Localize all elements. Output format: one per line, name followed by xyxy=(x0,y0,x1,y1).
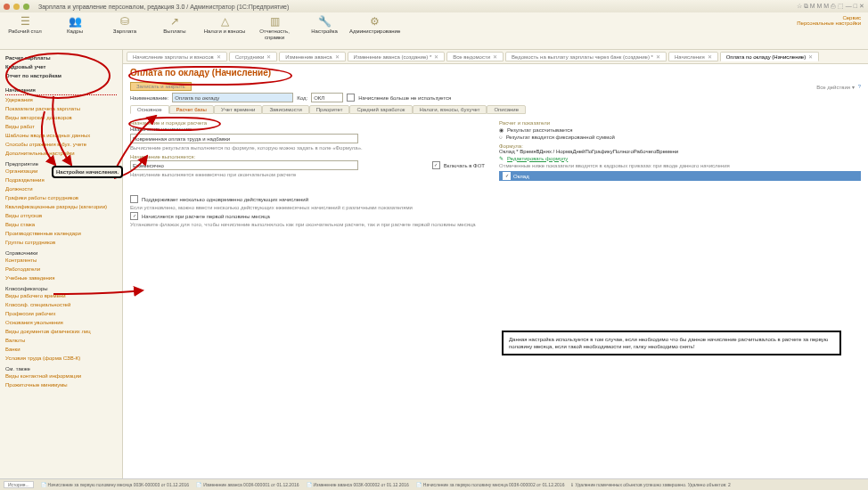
subtab-prio[interactable]: Приоритет xyxy=(309,105,350,114)
radio[interactable]: ◉ xyxy=(499,127,504,133)
oklad-check[interactable]: ✓ xyxy=(503,172,511,180)
history-button[interactable]: История... xyxy=(4,481,34,488)
sb-item[interactable]: Расчет зарплаты xyxy=(5,53,117,62)
tab[interactable]: Все ведомости✕ xyxy=(446,52,504,61)
sb-item[interactable]: Классиф. специальностей xyxy=(5,300,117,309)
close-icon[interactable]: ✕ xyxy=(434,53,438,60)
wrench-icon: 🔧 xyxy=(299,15,349,28)
purpose-select[interactable]: Повременная оплата труда и надбавки xyxy=(130,134,358,143)
close-icon[interactable] xyxy=(4,4,10,10)
main-toolbar: ☰Рабочий стол 👥Кадры ⛁Зарплата ↗Выплаты … xyxy=(0,12,868,50)
sb-item[interactable]: Виды стажа xyxy=(5,220,117,229)
status-item[interactable]: 📄 Начисление за первую половину месяца 0… xyxy=(41,482,190,487)
status-item[interactable]: 📄 Изменение аванса 003К-000002 от 01.12.… xyxy=(307,482,409,487)
close-icon[interactable]: ✕ xyxy=(335,53,340,60)
maximize-icon[interactable] xyxy=(23,4,29,10)
annotation-circle xyxy=(128,117,221,131)
sb-item[interactable]: Контрагенты xyxy=(5,256,117,265)
sb-item[interactable]: Основания увольнения xyxy=(5,318,117,327)
tab-active[interactable]: Оплата по окладу (Начисление)✕ xyxy=(720,52,819,61)
personal-settings-link[interactable]: Персональные настройки xyxy=(797,20,861,26)
radio[interactable]: ○ xyxy=(499,135,503,140)
gear-icon: ⚙ xyxy=(349,15,399,28)
close-icon[interactable]: ✕ xyxy=(493,53,497,60)
exec-select[interactable]: Ежемесячно xyxy=(130,160,358,170)
tab[interactable]: Изменение аванса (создание) *✕ xyxy=(348,52,446,61)
sb-item[interactable]: Кадровый учет xyxy=(5,62,117,71)
tab[interactable]: Начисление зарплаты и взносов✕ xyxy=(127,52,227,61)
close-icon[interactable]: ✕ xyxy=(217,53,221,60)
sb-item-selected[interactable]: Начисления xyxy=(5,86,117,95)
subtab-time[interactable]: Учет времени xyxy=(214,105,262,114)
minimize-icon[interactable] xyxy=(13,4,20,10)
sb-item[interactable]: Графики работы сотрудников xyxy=(5,193,117,202)
sb-item[interactable]: Виды авторских договоров xyxy=(5,113,117,122)
sb-item[interactable]: Виды работ xyxy=(5,122,117,131)
tab[interactable]: Изменение аванса✕ xyxy=(279,52,345,61)
status-item[interactable]: 📄 Изменение аванса 003К-000001 от 01.12.… xyxy=(196,482,299,487)
subtab-main[interactable]: Основное xyxy=(130,105,169,114)
sb-item[interactable]: Показатели расчета зарплаты xyxy=(5,104,117,113)
calc-hint: Вычисление результата выполняется по фор… xyxy=(130,144,492,151)
sb-item[interactable]: Шаблоны ввода исходных данных xyxy=(5,131,117,140)
tb-desktop[interactable]: ☰Рабочий стол xyxy=(0,15,50,35)
tb-nalogi[interactable]: △Налоги и взносы xyxy=(200,15,250,35)
sb-item[interactable]: Виды документов физических лиц xyxy=(5,327,117,336)
sb-item[interactable]: Виды контактной информации xyxy=(5,372,117,380)
sb-item[interactable]: Должности xyxy=(5,184,117,193)
fot-checkbox[interactable]: ✓ xyxy=(432,161,440,169)
sb-item[interactable]: Учебные заведения xyxy=(5,274,117,282)
notused-checkbox[interactable] xyxy=(347,94,355,102)
tab[interactable]: Сотрудники✕ xyxy=(229,52,278,61)
subtab-avg[interactable]: Средний заработок xyxy=(349,105,412,114)
firsthalf-checkbox[interactable]: ✓ xyxy=(130,212,138,220)
tb-nastroika[interactable]: 🔧Настройка xyxy=(299,15,349,35)
sb-item[interactable]: Банки xyxy=(5,345,117,354)
close-icon[interactable]: ✕ xyxy=(656,53,660,60)
sb-item[interactable]: Группы сотрудников xyxy=(5,238,117,247)
tb-vyplaty[interactable]: ↗Выплаты xyxy=(150,15,200,35)
sb-item[interactable]: Профессии рабочих xyxy=(5,309,117,318)
document-tabs: Начисление зарплаты и взносов✕ Сотрудник… xyxy=(123,50,868,64)
tb-kadry[interactable]: 👥Кадры xyxy=(50,15,100,35)
subtab-tax[interactable]: Налоги, взносы, бухучет xyxy=(413,105,487,114)
sb-item[interactable]: Способы отражения в бух. учете xyxy=(5,140,117,149)
window-titlebar: Зарплата и управление персоналом, редакц… xyxy=(0,0,868,12)
firsthalf-note: Установите флажок для того, чтобы начисл… xyxy=(130,221,492,228)
multi-checkbox[interactable] xyxy=(130,195,138,203)
help-icon[interactable]: ? xyxy=(858,84,861,89)
list-note: Отмеченные ниже показатели вводятся в ка… xyxy=(499,162,861,169)
subtab-desc[interactable]: Описание xyxy=(487,105,526,114)
sb-item[interactable]: Квалификационные разряды (категории) xyxy=(5,202,117,211)
arrow-icon: ↗ xyxy=(150,15,200,28)
sb-item[interactable]: Отчет по настройкам xyxy=(5,71,117,80)
sb-item[interactable]: Виды отпусков xyxy=(5,211,117,220)
sb-item[interactable]: Работодатели xyxy=(5,265,117,274)
sb-item[interactable]: Виды рабочего времени xyxy=(5,291,117,300)
close-icon[interactable]: ✕ xyxy=(808,53,813,60)
sb-item[interactable]: Валюты xyxy=(5,336,117,345)
oklad-row[interactable]: ✓Оклад xyxy=(499,171,861,181)
coins-icon: ⛁ xyxy=(100,15,150,28)
main-area: Начисление зарплаты и взносов✕ Сотрудник… xyxy=(123,50,868,483)
tb-otchet[interactable]: ▥Отчетность, справки xyxy=(250,15,299,41)
name-input[interactable]: Оплата по окладу xyxy=(172,93,293,102)
sb-item[interactable]: Производственные календари xyxy=(5,229,117,238)
form-subtabs: Основное Расчет базы Учет времени Зависи… xyxy=(123,105,868,114)
subtab-dep[interactable]: Зависимости xyxy=(262,105,308,114)
tab[interactable]: Начисления✕ xyxy=(668,52,718,61)
sb-item[interactable]: Прожиточные минимумы xyxy=(5,380,117,389)
subtab-base[interactable]: Расчет базы xyxy=(169,105,214,114)
tb-zarplata[interactable]: ⛁Зарплата xyxy=(100,15,150,35)
sb-item[interactable]: Дополнительные настройки xyxy=(5,149,117,158)
sb-item[interactable]: Условия труда (форма СЗВ-К) xyxy=(5,354,117,363)
close-icon[interactable]: ✕ xyxy=(708,53,712,60)
close-icon[interactable]: ✕ xyxy=(266,53,271,60)
sb-item[interactable]: Удержания xyxy=(5,95,117,104)
tab[interactable]: Ведомость на выплату зарплаты через банк… xyxy=(505,52,667,61)
tb-admin[interactable]: ⚙Администрирование xyxy=(349,15,399,35)
edit-formula-link[interactable]: Редактировать формулу xyxy=(507,156,568,161)
status-item[interactable]: 📄 Начисление за первую половину месяца 0… xyxy=(416,482,565,487)
all-actions-button[interactable]: Все действия ▾ xyxy=(816,84,854,90)
code-input[interactable]: ОКЛ xyxy=(311,93,343,102)
